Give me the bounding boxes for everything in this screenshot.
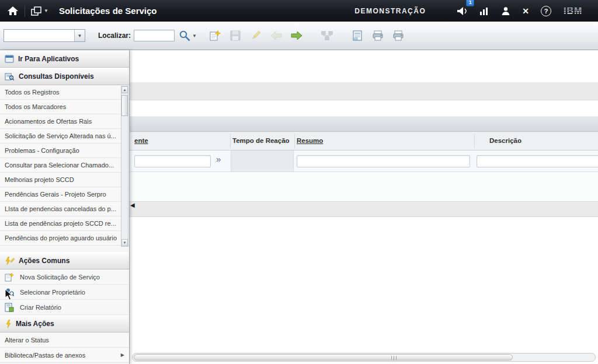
- topbar: ▼ Solicitações de Serviço DEMONSTRAÇÃO 1…: [0, 0, 598, 22]
- query-list-scrollbar[interactable]: ▲ ▼: [121, 86, 128, 247]
- query-item[interactable]: Solicitação de Serviço Alterada nas ú...: [0, 129, 129, 144]
- action-new-service-request[interactable]: Nova Solicitação de Serviço: [0, 270, 129, 285]
- column-divider: [294, 134, 295, 148]
- save-button: [228, 28, 243, 43]
- column-header[interactable]: ente: [134, 137, 148, 144]
- create-report-icon: [4, 303, 15, 312]
- sidebar-gap: [0, 247, 129, 252]
- filter-empty-cell: [231, 150, 294, 172]
- reports-chart-icon[interactable]: [479, 4, 489, 18]
- query-item[interactable]: LIsta de pendencias canceladas do p...: [0, 202, 129, 216]
- save-icon: [230, 30, 241, 41]
- search-options-caret: ▼: [192, 33, 197, 38]
- query-select-caret[interactable]: ▼: [74, 30, 85, 41]
- table-toolbar-band: [130, 116, 598, 132]
- sidebar-collapse-arrow[interactable]: ◀: [130, 202, 135, 208]
- print-button[interactable]: [370, 28, 385, 43]
- new-service-request-icon: [4, 272, 15, 282]
- action-attachments-library[interactable]: Biblioteca/Pastas de anexos ▶: [0, 348, 129, 363]
- action-select-owner[interactable]: Selecionar Proprietário: [0, 285, 129, 300]
- run-report-button[interactable]: [350, 28, 365, 43]
- query-item[interactable]: Todos os Registros: [0, 85, 129, 100]
- ibm-logo: IBM: [563, 4, 591, 18]
- more-actions-header[interactable]: Mais Ações: [0, 315, 129, 332]
- scrollbar-thumb[interactable]: [121, 95, 128, 116]
- horizontal-scrollbar[interactable]: [132, 353, 596, 362]
- announcements-icon[interactable]: 1: [456, 4, 468, 18]
- edit-pencil-icon: [251, 30, 261, 41]
- column-divider: [474, 134, 475, 148]
- filter-search-chevrons[interactable]: »: [216, 154, 221, 164]
- topbar-divider: [25, 5, 25, 17]
- common-actions-header[interactable]: Ações Comuns: [0, 252, 129, 270]
- toolbar: ▼ Localizar: ▼: [0, 22, 598, 50]
- next-record-button[interactable]: [289, 28, 304, 43]
- query-item[interactable]: Consultar para Selecionar Chamado...: [0, 158, 129, 173]
- sidebar: Ir Para Aplicativos Consultas Disponívei…: [0, 50, 130, 364]
- column-header[interactable]: Resumo: [297, 137, 323, 144]
- select-owner-icon: [4, 288, 15, 297]
- query-item[interactable]: Pendências do projeto aguardo usuário: [0, 231, 129, 246]
- available-queries-header[interactable]: Consultas Disponíveis: [0, 68, 129, 85]
- new-record-icon: [209, 30, 221, 41]
- action-change-status[interactable]: Alterar o Status: [0, 332, 129, 348]
- help-icon[interactable]: ?: [541, 4, 551, 18]
- go-to-menu-icon[interactable]: ▼: [31, 4, 48, 18]
- more-actions-icon: [5, 320, 12, 328]
- column-header: Tempo de Reação: [232, 137, 290, 144]
- home-icon[interactable]: [7, 4, 19, 18]
- filter-input-descricao[interactable]: [477, 155, 598, 167]
- horizontal-scrollbar-thumb[interactable]: [134, 354, 513, 360]
- query-select[interactable]: ▼: [4, 29, 85, 42]
- printer-options-icon: [392, 30, 404, 41]
- print-with-options-button[interactable]: [391, 28, 406, 43]
- go-to-applications-header[interactable]: Ir Para Aplicativos: [0, 50, 129, 68]
- filter-input-resumo[interactable]: [297, 155, 470, 167]
- printer-icon: [372, 30, 384, 41]
- table-footer-band: [130, 201, 598, 217]
- query-item[interactable]: Problemas - Configuração: [0, 144, 129, 158]
- query-item[interactable]: Pendências Gerais - Projeto Serpro: [0, 187, 129, 202]
- environment-label: DEMONSTRAÇÃO: [354, 7, 426, 15]
- search-icon: [179, 30, 191, 42]
- query-select-value: [4, 30, 74, 41]
- app-window: ▼ Solicitações de Serviço DEMONSTRAÇÃO 1…: [0, 0, 598, 364]
- page-title: Solicitações de Serviço: [59, 6, 157, 16]
- find-label: Localizar:: [98, 32, 131, 40]
- query-item[interactable]: Todos os Marcadores: [0, 100, 129, 114]
- menu-caret-icon: ▼: [44, 8, 48, 13]
- query-item[interactable]: Acionamentos de Ofertas Rais: [0, 114, 129, 129]
- search-button[interactable]: ▼: [179, 30, 197, 42]
- svg-text:IBM: IBM: [564, 6, 582, 16]
- common-actions-icon: [5, 257, 15, 265]
- submenu-arrow-icon: ▶: [121, 348, 124, 363]
- notification-badge: 1: [466, 0, 474, 6]
- new-record-button[interactable]: [207, 28, 222, 43]
- report-icon: [352, 30, 363, 41]
- previous-arrow-icon: [270, 31, 282, 40]
- query-item[interactable]: Melhorias projeto SCCD: [0, 173, 129, 187]
- table-rows-area: [130, 172, 598, 201]
- column-divider: [230, 134, 231, 148]
- find-input[interactable]: [134, 30, 175, 41]
- main-content: ente Tempo de Reação Resumo Descrição »: [130, 50, 598, 364]
- table-header-row: ente Tempo de Reação Resumo Descrição: [130, 132, 598, 150]
- route-workflow-icon: [321, 30, 333, 41]
- user-profile-icon[interactable]: [501, 4, 510, 18]
- queries-icon: [5, 72, 15, 81]
- applications-icon: [5, 55, 14, 63]
- scrollbar-grip: [391, 356, 397, 360]
- previous-record-button: [269, 28, 284, 43]
- logout-close-icon[interactable]: ✕: [522, 4, 529, 18]
- section-band: [130, 82, 598, 100]
- column-header: Descrição: [489, 137, 521, 144]
- action-create-report[interactable]: Criar Relatório: [0, 300, 129, 315]
- filter-input-col1[interactable]: [134, 155, 211, 167]
- scroll-down-button[interactable]: ▼: [121, 239, 128, 246]
- next-arrow-icon: [291, 31, 303, 40]
- route-workflow-button: [319, 28, 335, 43]
- table-filter-row: »: [130, 150, 598, 172]
- scroll-up-button[interactable]: ▲: [121, 86, 128, 93]
- edit-button: [248, 28, 263, 43]
- query-item[interactable]: Lista de pendências projeto SCCD re...: [0, 216, 129, 231]
